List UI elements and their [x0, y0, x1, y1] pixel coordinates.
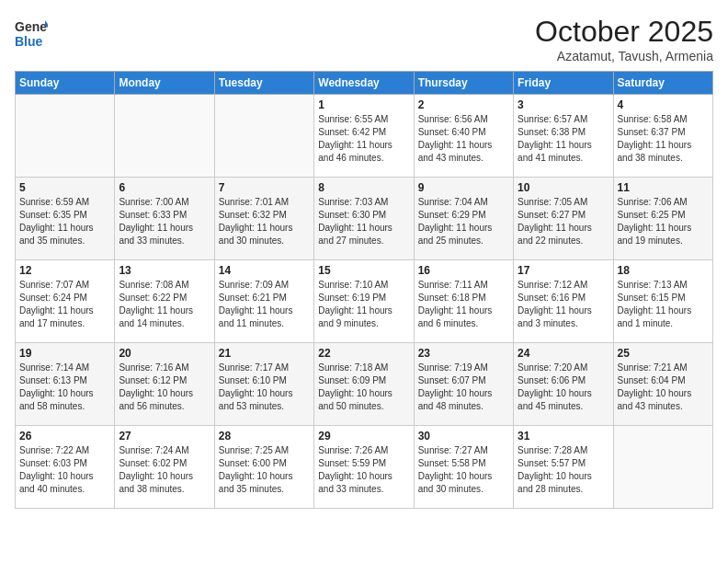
- day-info: Sunrise: 7:24 AM Sunset: 6:02 PM Dayligh…: [119, 444, 210, 496]
- day-number: 19: [19, 347, 110, 360]
- calendar-cell: 21Sunrise: 7:17 AM Sunset: 6:10 PM Dayli…: [214, 343, 313, 426]
- day-number: 14: [219, 264, 310, 277]
- calendar-cell: 8Sunrise: 7:03 AM Sunset: 6:30 PM Daylig…: [314, 178, 414, 260]
- day-number: 2: [418, 98, 509, 111]
- day-number: 11: [618, 181, 709, 194]
- calendar-cell: 18Sunrise: 7:13 AM Sunset: 6:15 PM Dayli…: [613, 260, 712, 343]
- svg-text:Blue: Blue: [15, 34, 43, 49]
- weekday-header-monday: Monday: [115, 72, 214, 95]
- calendar-week-row: 5Sunrise: 6:59 AM Sunset: 6:35 PM Daylig…: [16, 178, 713, 260]
- location-subtitle: Azatamut, Tavush, Armenia: [535, 49, 713, 63]
- day-info: Sunrise: 7:20 AM Sunset: 6:06 PM Dayligh…: [518, 362, 609, 413]
- day-info: Sunrise: 7:22 AM Sunset: 6:03 PM Dayligh…: [19, 444, 110, 496]
- calendar-cell: 22Sunrise: 7:18 AM Sunset: 6:09 PM Dayli…: [314, 343, 414, 426]
- calendar-cell: 16Sunrise: 7:11 AM Sunset: 6:18 PM Dayli…: [414, 260, 513, 343]
- day-number: 18: [618, 264, 709, 277]
- day-number: 28: [219, 430, 310, 442]
- day-info: Sunrise: 7:07 AM Sunset: 6:24 PM Dayligh…: [19, 279, 110, 330]
- day-info: Sunrise: 7:09 AM Sunset: 6:21 PM Dayligh…: [219, 279, 310, 330]
- calendar-week-row: 12Sunrise: 7:07 AM Sunset: 6:24 PM Dayli…: [16, 260, 713, 343]
- calendar-cell: 20Sunrise: 7:16 AM Sunset: 6:12 PM Dayli…: [115, 343, 214, 426]
- day-number: 1: [318, 98, 409, 111]
- calendar-cell: 9Sunrise: 7:04 AM Sunset: 6:29 PM Daylig…: [414, 178, 513, 260]
- day-number: 17: [518, 264, 609, 277]
- day-number: 16: [418, 264, 509, 277]
- day-number: 10: [518, 181, 609, 194]
- day-info: Sunrise: 7:06 AM Sunset: 6:25 PM Dayligh…: [618, 196, 709, 247]
- logo-svg: General Blue: [15, 15, 48, 52]
- day-info: Sunrise: 7:19 AM Sunset: 6:07 PM Dayligh…: [418, 362, 509, 413]
- calendar-cell: 12Sunrise: 7:07 AM Sunset: 6:24 PM Dayli…: [16, 260, 115, 343]
- calendar-week-row: 19Sunrise: 7:14 AM Sunset: 6:13 PM Dayli…: [16, 343, 713, 426]
- day-number: 24: [518, 347, 609, 360]
- calendar-cell: 2Sunrise: 6:56 AM Sunset: 6:40 PM Daylig…: [414, 95, 513, 178]
- month-title: October 2025: [535, 15, 713, 49]
- day-number: 26: [19, 430, 110, 442]
- weekday-header-friday: Friday: [514, 72, 613, 95]
- calendar-cell: 5Sunrise: 6:59 AM Sunset: 6:35 PM Daylig…: [16, 178, 115, 260]
- day-info: Sunrise: 7:21 AM Sunset: 6:04 PM Dayligh…: [618, 362, 709, 413]
- calendar-cell: 29Sunrise: 7:26 AM Sunset: 5:59 PM Dayli…: [314, 426, 414, 509]
- day-number: 15: [318, 264, 409, 277]
- calendar-cell: [115, 95, 214, 178]
- logo: General Blue: [15, 15, 48, 52]
- calendar-cell: 17Sunrise: 7:12 AM Sunset: 6:16 PM Dayli…: [514, 260, 613, 343]
- weekday-header-saturday: Saturday: [613, 72, 712, 95]
- day-number: 25: [618, 347, 709, 360]
- day-info: Sunrise: 7:26 AM Sunset: 5:59 PM Dayligh…: [318, 444, 409, 496]
- day-number: 6: [119, 181, 210, 194]
- calendar-week-row: 26Sunrise: 7:22 AM Sunset: 6:03 PM Dayli…: [16, 426, 713, 509]
- title-block: October 2025 Azatamut, Tavush, Armenia: [535, 15, 713, 63]
- calendar-cell: 1Sunrise: 6:55 AM Sunset: 6:42 PM Daylig…: [314, 95, 414, 178]
- calendar-cell: 14Sunrise: 7:09 AM Sunset: 6:21 PM Dayli…: [214, 260, 313, 343]
- calendar-cell: 6Sunrise: 7:00 AM Sunset: 6:33 PM Daylig…: [115, 178, 214, 260]
- calendar-cell: 10Sunrise: 7:05 AM Sunset: 6:27 PM Dayli…: [514, 178, 613, 260]
- calendar-cell: 15Sunrise: 7:10 AM Sunset: 6:19 PM Dayli…: [314, 260, 414, 343]
- day-number: 30: [418, 430, 509, 442]
- day-info: Sunrise: 6:55 AM Sunset: 6:42 PM Dayligh…: [318, 113, 409, 165]
- day-number: 23: [418, 347, 509, 360]
- day-number: 27: [119, 430, 210, 442]
- weekday-header-thursday: Thursday: [414, 72, 513, 95]
- calendar-cell: 7Sunrise: 7:01 AM Sunset: 6:32 PM Daylig…: [214, 178, 313, 260]
- calendar-cell: 11Sunrise: 7:06 AM Sunset: 6:25 PM Dayli…: [613, 178, 712, 260]
- day-info: Sunrise: 7:13 AM Sunset: 6:15 PM Dayligh…: [618, 279, 709, 330]
- calendar-cell: [16, 95, 115, 178]
- day-number: 31: [518, 430, 609, 442]
- weekday-header-wednesday: Wednesday: [314, 72, 414, 95]
- calendar-cell: 26Sunrise: 7:22 AM Sunset: 6:03 PM Dayli…: [16, 426, 115, 509]
- day-number: 4: [618, 98, 709, 111]
- calendar-cell: 24Sunrise: 7:20 AM Sunset: 6:06 PM Dayli…: [514, 343, 613, 426]
- calendar-cell: 4Sunrise: 6:58 AM Sunset: 6:37 PM Daylig…: [613, 95, 712, 178]
- day-info: Sunrise: 6:56 AM Sunset: 6:40 PM Dayligh…: [418, 113, 509, 165]
- day-info: Sunrise: 7:25 AM Sunset: 6:00 PM Dayligh…: [219, 444, 310, 496]
- day-number: 29: [318, 430, 409, 442]
- day-number: 3: [518, 98, 609, 111]
- day-info: Sunrise: 7:18 AM Sunset: 6:09 PM Dayligh…: [318, 362, 409, 413]
- day-info: Sunrise: 7:05 AM Sunset: 6:27 PM Dayligh…: [518, 196, 609, 247]
- day-info: Sunrise: 7:11 AM Sunset: 6:18 PM Dayligh…: [418, 279, 509, 330]
- page-header: General Blue October 2025 Azatamut, Tavu…: [15, 15, 713, 63]
- calendar-cell: 13Sunrise: 7:08 AM Sunset: 6:22 PM Dayli…: [115, 260, 214, 343]
- weekday-header-row: SundayMondayTuesdayWednesdayThursdayFrid…: [16, 72, 713, 95]
- day-info: Sunrise: 7:28 AM Sunset: 5:57 PM Dayligh…: [518, 444, 609, 496]
- day-number: 22: [318, 347, 409, 360]
- day-info: Sunrise: 7:01 AM Sunset: 6:32 PM Dayligh…: [219, 196, 310, 247]
- day-info: Sunrise: 6:57 AM Sunset: 6:38 PM Dayligh…: [518, 113, 609, 165]
- calendar-cell: [214, 95, 313, 178]
- day-number: 9: [418, 181, 509, 194]
- calendar-cell: 27Sunrise: 7:24 AM Sunset: 6:02 PM Dayli…: [115, 426, 214, 509]
- calendar-cell: 19Sunrise: 7:14 AM Sunset: 6:13 PM Dayli…: [16, 343, 115, 426]
- day-number: 8: [318, 181, 409, 194]
- day-number: 20: [119, 347, 210, 360]
- day-info: Sunrise: 7:14 AM Sunset: 6:13 PM Dayligh…: [19, 362, 110, 413]
- day-info: Sunrise: 7:03 AM Sunset: 6:30 PM Dayligh…: [318, 196, 409, 247]
- day-number: 21: [219, 347, 310, 360]
- day-info: Sunrise: 7:00 AM Sunset: 6:33 PM Dayligh…: [119, 196, 210, 247]
- day-info: Sunrise: 7:10 AM Sunset: 6:19 PM Dayligh…: [318, 279, 409, 330]
- calendar-cell: 23Sunrise: 7:19 AM Sunset: 6:07 PM Dayli…: [414, 343, 513, 426]
- weekday-header-sunday: Sunday: [16, 72, 115, 95]
- day-info: Sunrise: 7:27 AM Sunset: 5:58 PM Dayligh…: [418, 444, 509, 496]
- day-number: 13: [119, 264, 210, 277]
- svg-text:General: General: [15, 19, 48, 34]
